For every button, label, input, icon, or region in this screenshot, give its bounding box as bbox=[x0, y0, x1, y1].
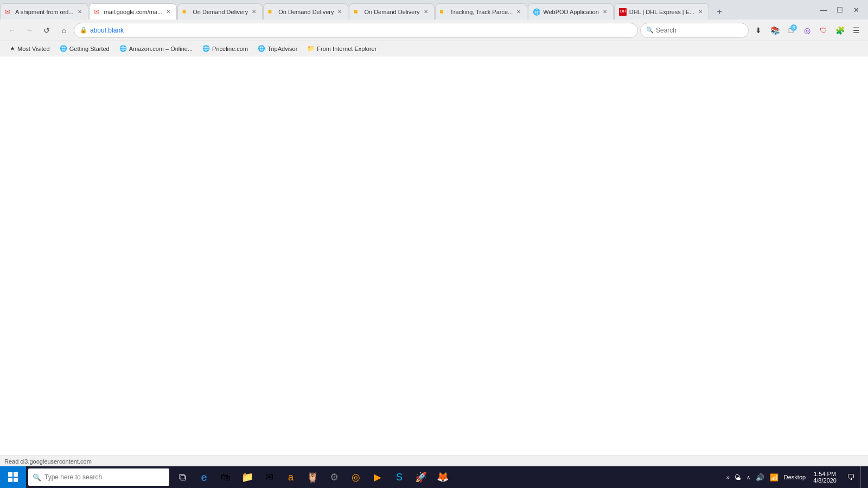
taskbar-app9-icon[interactable]: ⚙ bbox=[323, 466, 345, 488]
svg-rect-1 bbox=[14, 472, 18, 477]
tab-favicon-5: ■ bbox=[354, 8, 361, 16]
bookmark-label-1: Getting Started bbox=[69, 46, 110, 52]
downloads-button[interactable]: ⬇ bbox=[751, 23, 766, 38]
home-button[interactable]: ⌂ bbox=[56, 23, 72, 38]
close-button[interactable]: ✕ bbox=[848, 2, 864, 17]
windows-logo-icon bbox=[8, 472, 18, 483]
tab-2[interactable]: ✉ mail.google.com/ma... ✕ bbox=[89, 3, 177, 20]
menu-button[interactable]: ☰ bbox=[848, 23, 864, 38]
ublock-button[interactable]: 🛡 bbox=[816, 23, 831, 38]
bookmark-label-3: Priceline.com bbox=[212, 46, 248, 52]
tab-3[interactable]: ■ On Demand Delivery ✕ bbox=[177, 3, 263, 20]
bookmark-priceline[interactable]: 🌐 Priceline.com bbox=[198, 44, 252, 53]
container-icon[interactable]: □ 3 bbox=[783, 23, 799, 38]
taskbar-network-icon[interactable]: 📶 bbox=[768, 472, 781, 483]
minimize-button[interactable]: — bbox=[816, 2, 831, 17]
bookmarks-bar: ★ Most Visited 🌐 Getting Started 🌐 Amazo… bbox=[0, 41, 868, 56]
bookmark-tripadvisor[interactable]: 🌐 TripAdvisor bbox=[253, 44, 302, 53]
tab-1[interactable]: ✉ A shipment from ord... ✕ bbox=[0, 3, 88, 20]
show-desktop-button[interactable] bbox=[860, 466, 864, 488]
tab-close-8[interactable]: ✕ bbox=[697, 8, 704, 16]
reload-button[interactable]: ↺ bbox=[39, 23, 54, 38]
tab-5[interactable]: ■ On Demand Delivery ✕ bbox=[349, 3, 434, 20]
task-view-button[interactable]: ⧉ bbox=[171, 466, 193, 488]
taskbar-search-bar[interactable]: 🔍 bbox=[28, 468, 169, 486]
tab-close-4[interactable]: ✕ bbox=[336, 8, 343, 16]
star-icon: ★ bbox=[10, 45, 15, 52]
taskbar-clock[interactable]: 1:54 PM 4/8/2020 bbox=[809, 470, 841, 485]
taskbar-vlc-icon[interactable]: ▶ bbox=[367, 466, 388, 488]
browser-content bbox=[0, 56, 868, 455]
firefox-account-button[interactable]: ◎ bbox=[800, 23, 815, 38]
taskbar-app10-icon[interactable]: ◎ bbox=[345, 466, 367, 488]
extensions-button[interactable]: 🧩 bbox=[832, 23, 847, 38]
taskbar-mail-icon[interactable]: ✉ bbox=[258, 466, 280, 488]
tab-8[interactable]: DHL DHL | DHL Express | E... ✕ bbox=[614, 3, 709, 20]
taskbar-tripadvisor-icon[interactable]: 🦉 bbox=[302, 466, 323, 488]
container-badge: 3 bbox=[790, 24, 797, 31]
globe-icon-4: 🌐 bbox=[258, 45, 265, 52]
svg-rect-3 bbox=[14, 478, 18, 482]
address-lock-icon: 🔒 bbox=[80, 27, 87, 34]
taskbar-firefox-icon[interactable]: 🦊 bbox=[432, 466, 454, 488]
taskbar-right-area: » 🌤 ∧ 🔊 📶 Desktop 1:54 PM 4/8/2020 🗨 bbox=[721, 466, 868, 488]
tab-label-1: A shipment from ord... bbox=[15, 9, 74, 15]
status-bar: Read ci3.googleusercontent.com bbox=[0, 455, 868, 466]
taskbar-notification-area[interactable]: 🌤 bbox=[732, 472, 743, 483]
bookmark-from-ie[interactable]: 📁 From Internet Explorer bbox=[303, 44, 381, 53]
tab-favicon-7: 🌐 bbox=[533, 8, 540, 16]
forward-button[interactable]: → bbox=[22, 23, 37, 38]
taskbar-file-explorer-icon[interactable]: 📁 bbox=[237, 466, 258, 488]
taskbar-search-input[interactable] bbox=[44, 473, 165, 481]
taskbar-store-icon[interactable]: 🛍 bbox=[215, 466, 237, 488]
tab-close-1[interactable]: ✕ bbox=[76, 8, 84, 16]
taskbar-amazon-icon[interactable]: a bbox=[280, 466, 302, 488]
tab-label-3: On Demand Delivery bbox=[193, 9, 248, 15]
search-bar[interactable]: 🔍 bbox=[640, 23, 749, 38]
tabs-container: ✉ A shipment from ord... ✕ ✉ mail.google… bbox=[0, 0, 812, 20]
search-input[interactable] bbox=[656, 27, 743, 34]
maximize-button[interactable]: ☐ bbox=[832, 2, 847, 17]
tab-favicon-2: ✉ bbox=[94, 8, 101, 16]
tab-close-6[interactable]: ✕ bbox=[515, 8, 522, 16]
taskbar-desktop-label: Desktop bbox=[782, 474, 808, 480]
window-controls: — ☐ ✕ bbox=[812, 2, 868, 17]
back-button[interactable]: ← bbox=[4, 23, 20, 38]
tab-close-3[interactable]: ✕ bbox=[250, 8, 258, 16]
tab-favicon-4: ■ bbox=[268, 8, 276, 16]
taskbar-show-hidden-icons[interactable]: ∧ bbox=[744, 473, 752, 481]
tab-favicon-6: ■ bbox=[440, 8, 448, 16]
taskbar-app13-icon[interactable]: 🚀 bbox=[410, 466, 432, 488]
tab-favicon-8: DHL bbox=[619, 8, 627, 16]
action-center-button[interactable]: 🗨 bbox=[842, 466, 859, 488]
status-text: Read ci3.googleusercontent.com bbox=[4, 458, 92, 465]
speaker-icon: 🔊 bbox=[756, 473, 764, 481]
start-button[interactable] bbox=[0, 466, 26, 488]
windows-taskbar: 🔍 ⧉ e 🛍 📁 ✉ a 🦉 ⚙ ◎ bbox=[0, 466, 868, 488]
bookmark-label-5: From Internet Explorer bbox=[317, 46, 376, 52]
clock-time: 1:54 PM bbox=[814, 471, 836, 477]
bookmark-label: Most Visited bbox=[17, 46, 50, 52]
bookmarks-button[interactable]: 📚 bbox=[767, 23, 782, 38]
tab-favicon-1: ✉ bbox=[5, 8, 12, 16]
tab-label-8: DHL | DHL Express | E... bbox=[629, 9, 694, 15]
tab-4[interactable]: ■ On Demand Delivery ✕ bbox=[263, 3, 348, 20]
address-bar[interactable]: 🔒 bbox=[74, 23, 638, 38]
tab-6[interactable]: ■ Tracking, Track Parce... ✕ bbox=[435, 3, 528, 20]
bookmark-getting-started[interactable]: 🌐 Getting Started bbox=[55, 44, 114, 53]
bookmark-amazon[interactable]: 🌐 Amazon.com – Online... bbox=[115, 44, 197, 53]
taskbar-overflow-button[interactable]: » bbox=[725, 474, 731, 480]
tab-close-7[interactable]: ✕ bbox=[601, 8, 609, 16]
add-tab-button[interactable]: + bbox=[712, 4, 727, 20]
taskbar-volume-icon[interactable]: 🔊 bbox=[754, 472, 767, 483]
chevron-up-icon: ∧ bbox=[746, 474, 750, 480]
tab-label-4: On Demand Delivery bbox=[278, 9, 334, 15]
tab-close-5[interactable]: ✕ bbox=[422, 8, 430, 16]
taskbar-edge-icon[interactable]: e bbox=[193, 466, 215, 488]
tab-7[interactable]: 🌐 WebPOD Application ✕ bbox=[528, 3, 614, 20]
address-input[interactable] bbox=[90, 27, 632, 34]
tab-close-2[interactable]: ✕ bbox=[164, 8, 172, 16]
bookmark-most-visited[interactable]: ★ Most Visited bbox=[5, 44, 54, 53]
taskbar-skype-icon[interactable]: S bbox=[388, 466, 410, 488]
globe-icon-2: 🌐 bbox=[119, 45, 127, 52]
